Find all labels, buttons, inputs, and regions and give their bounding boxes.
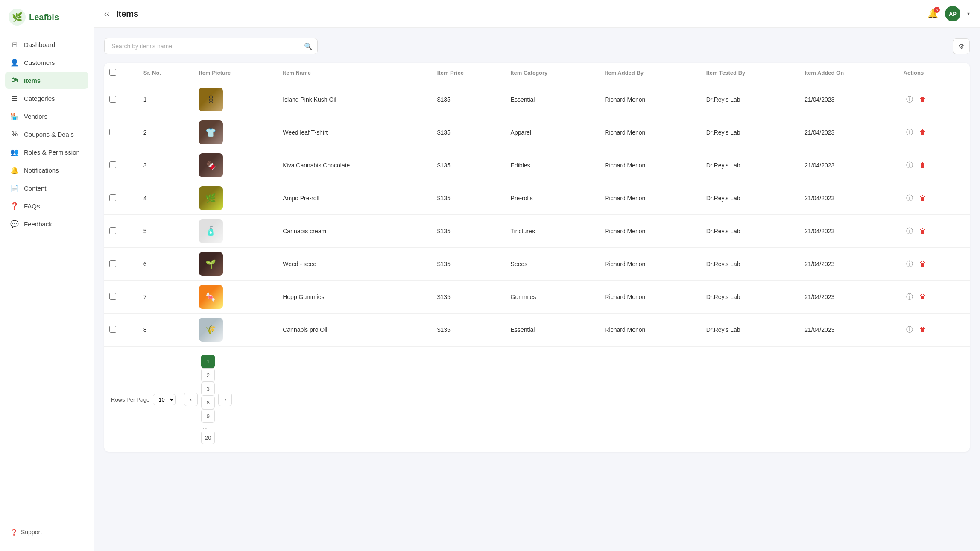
info-button-1[interactable]: ⓘ <box>904 126 916 139</box>
topbar: ‹‹ Items 🔔 3 AP ▾ <box>94 0 980 28</box>
user-avatar-button[interactable]: AP <box>945 6 960 21</box>
sidebar-item-items[interactable]: 🛍 Items <box>5 72 88 89</box>
row-picture-4: 🧴 <box>194 215 278 248</box>
row-category-5: Seeds <box>506 248 600 281</box>
filter-button[interactable]: ⚙ <box>953 38 970 54</box>
prev-page-button[interactable]: ‹ <box>184 393 198 406</box>
sidebar-item-categories[interactable]: ☰ Categories <box>5 90 88 107</box>
categories-nav-icon: ☰ <box>10 94 19 103</box>
sidebar-item-faqs[interactable]: ❓ FAQs <box>5 197 88 214</box>
pagination: Rows Per Page 10 20 50 ‹ 12389...20 › <box>104 346 970 452</box>
sidebar-item-roles[interactable]: 👥 Roles & Permission <box>5 144 88 161</box>
page-button-3[interactable]: 3 <box>201 382 215 396</box>
delete-button-4[interactable]: 🗑 <box>917 226 929 237</box>
row-added-on-6: 21/04/2023 <box>799 281 898 314</box>
row-price-1: $135 <box>432 116 506 149</box>
row-added-by-7: Richard Menon <box>600 314 701 346</box>
row-price-2: $135 <box>432 149 506 182</box>
delete-button-7[interactable]: 🗑 <box>917 324 929 335</box>
page-button-2[interactable]: 2 <box>201 368 215 382</box>
search-icon[interactable]: 🔍 <box>304 42 313 50</box>
row-price-4: $135 <box>432 215 506 248</box>
th-item-picture: Item Picture <box>194 63 278 83</box>
info-button-6[interactable]: ⓘ <box>904 291 916 303</box>
item-image-3: 🌿 <box>199 186 223 210</box>
row-added-by-5: Richard Menon <box>600 248 701 281</box>
select-all-checkbox[interactable] <box>109 69 116 76</box>
row-tested-by-6: Dr.Rey's Lab <box>701 281 799 314</box>
sidebar: 🌿 Leafbis ⊞ Dashboard 👤 Customers 🛍 Item… <box>0 0 94 551</box>
info-button-7[interactable]: ⓘ <box>904 324 916 336</box>
row-checkbox-7[interactable] <box>109 326 116 333</box>
delete-button-2[interactable]: 🗑 <box>917 160 929 171</box>
items-table-wrap: Sr. No. Item Picture Item Name Item Pric… <box>104 63 970 452</box>
row-tested-by-4: Dr.Rey's Lab <box>701 215 799 248</box>
th-actions: Actions <box>898 63 970 83</box>
row-sr-7: 8 <box>138 314 194 346</box>
row-actions-5: ⓘ 🗑 <box>898 248 970 281</box>
info-button-3[interactable]: ⓘ <box>904 192 916 205</box>
collapse-sidebar-button[interactable]: ‹‹ <box>104 9 109 18</box>
page-button-8[interactable]: 8 <box>201 396 215 409</box>
sidebar-item-coupons[interactable]: % Coupons & Deals <box>5 126 88 143</box>
page-button-1[interactable]: 1 <box>201 355 215 368</box>
support-link[interactable]: ❓ Support <box>0 522 94 542</box>
delete-button-0[interactable]: 🗑 <box>917 94 929 105</box>
page-button-9[interactable]: 9 <box>201 409 215 423</box>
sidebar-item-content[interactable]: 📄 Content <box>5 179 88 196</box>
main-area: ‹‹ Items 🔔 3 AP ▾ 🔍 ⚙ <box>94 0 980 551</box>
delete-button-1[interactable]: 🗑 <box>917 127 929 138</box>
row-checkbox-cell-6 <box>104 281 138 314</box>
sidebar-item-customers[interactable]: 👤 Customers <box>5 54 88 71</box>
next-page-button[interactable]: › <box>218 393 232 406</box>
page-ellipsis: ... <box>201 424 209 430</box>
sidebar-item-notifications[interactable]: 🔔 Notifications <box>5 161 88 179</box>
sidebar-logo: 🌿 Leafbis <box>0 0 94 36</box>
row-name-2: Kiva Cannabis Chocolate <box>278 149 432 182</box>
items-table: Sr. No. Item Picture Item Name Item Pric… <box>104 63 970 346</box>
row-checkbox-4[interactable] <box>109 227 116 234</box>
row-added-by-4: Richard Menon <box>600 215 701 248</box>
sidebar-item-vendors[interactable]: 🏪 Vendors <box>5 108 88 125</box>
row-price-0: $135 <box>432 83 506 116</box>
row-checkbox-1[interactable] <box>109 129 116 135</box>
customers-nav-icon: 👤 <box>10 58 19 67</box>
row-name-3: Ampo Pre-roll <box>278 182 432 215</box>
row-tested-by-5: Dr.Rey's Lab <box>701 248 799 281</box>
content-nav-label: Content <box>24 185 47 192</box>
dashboard-nav-label: Dashboard <box>24 41 55 48</box>
notification-badge: 3 <box>934 7 940 13</box>
rows-per-page-select[interactable]: 10 20 50 <box>153 394 176 405</box>
avatar-chevron-icon[interactable]: ▾ <box>967 11 970 17</box>
info-button-0[interactable]: ⓘ <box>904 94 916 106</box>
row-added-on-7: 21/04/2023 <box>799 314 898 346</box>
delete-button-3[interactable]: 🗑 <box>917 193 929 204</box>
item-image-6: 🍬 <box>199 285 223 309</box>
row-category-6: Gummies <box>506 281 600 314</box>
support-label: Support <box>21 529 42 536</box>
row-sr-1: 2 <box>138 116 194 149</box>
row-picture-5: 🌱 <box>194 248 278 281</box>
row-checkbox-6[interactable] <box>109 293 116 300</box>
row-checkbox-3[interactable] <box>109 194 116 201</box>
notifications-button[interactable]: 🔔 3 <box>927 9 938 19</box>
topbar-right: 🔔 3 AP ▾ <box>927 6 970 21</box>
info-button-5[interactable]: ⓘ <box>904 258 916 270</box>
table-row: 8 🌾 Cannabis pro Oil $135 Essential Rich… <box>104 314 970 346</box>
delete-button-6[interactable]: 🗑 <box>917 291 929 302</box>
sidebar-item-dashboard[interactable]: ⊞ Dashboard <box>5 36 88 53</box>
row-checkbox-2[interactable] <box>109 161 116 168</box>
search-input[interactable] <box>104 38 318 54</box>
delete-button-5[interactable]: 🗑 <box>917 258 929 270</box>
info-button-4[interactable]: ⓘ <box>904 225 916 237</box>
sidebar-item-feedback[interactable]: 💬 Feedback <box>5 215 88 232</box>
row-checkbox-5[interactable] <box>109 260 116 267</box>
feedback-nav-icon: 💬 <box>10 220 19 228</box>
page-button-20[interactable]: 20 <box>201 431 215 444</box>
info-button-2[interactable]: ⓘ <box>904 159 916 172</box>
table-row: 2 👕 Weed leaf T-shirt $135 Apparel Richa… <box>104 116 970 149</box>
row-added-by-2: Richard Menon <box>600 149 701 182</box>
row-checkbox-0[interactable] <box>109 96 116 103</box>
rows-per-page-wrap: Rows Per Page 10 20 50 <box>111 394 176 405</box>
search-input-wrap: 🔍 <box>104 38 318 54</box>
